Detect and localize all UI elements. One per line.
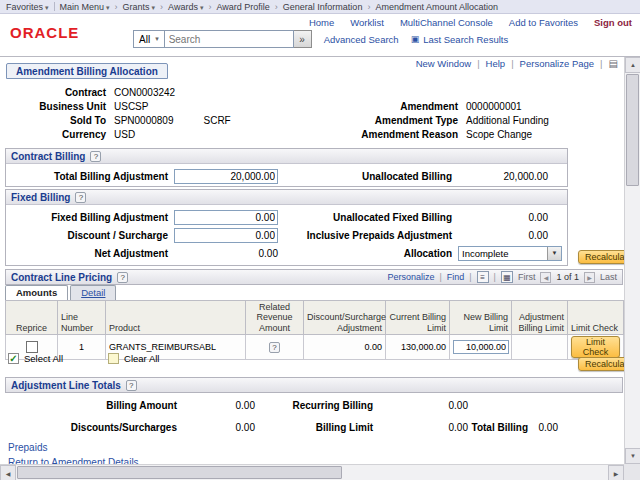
- divider: |: [439, 272, 441, 282]
- tab-amendment-billing-allocation[interactable]: Amendment Billing Allocation: [6, 63, 168, 79]
- discount-surcharge-input[interactable]: [174, 228, 278, 243]
- reprice-checkbox[interactable]: [26, 341, 38, 353]
- column-header-product: Product: [106, 301, 246, 335]
- nav-worklist[interactable]: Worklist: [350, 17, 384, 28]
- breadcrumb-item-favorites[interactable]: Favorites▾: [6, 2, 49, 12]
- field-unallocated-billing: Unallocated Billing 20,000.00: [306, 168, 548, 184]
- billing-limit-value: 0.00: [373, 422, 468, 433]
- allocation-dropdown[interactable]: Incomplete ▼: [458, 246, 562, 261]
- clear-all-control[interactable]: Clear All: [108, 353, 159, 364]
- divider: |: [600, 58, 602, 69]
- previous-page-icon: ◀: [540, 272, 551, 283]
- download-to-excel-icon[interactable]: ▦: [501, 271, 513, 283]
- field-amendment: Amendment 0000000001: [330, 100, 522, 112]
- grid-toolbar: Personalize | Find | ≡ | ▦ First ◀ 1 of …: [387, 271, 617, 283]
- new-billing-limit-input[interactable]: [453, 340, 509, 354]
- field-sold-to: Sold To SPN0000809 SCRF: [6, 114, 231, 126]
- tab-amounts[interactable]: Amounts: [5, 285, 68, 300]
- help-icon[interactable]: ?: [90, 151, 101, 162]
- help-icon[interactable]: ?: [75, 192, 86, 203]
- sign-out-link[interactable]: Sign out: [594, 17, 632, 28]
- search-bar: All▾ » Advanced Search ▣Last Search Resu…: [133, 30, 508, 48]
- nav-add-to-favorites[interactable]: Add to Favorites: [509, 17, 578, 28]
- section-contract-billing-header: Contract Billing ?: [6, 149, 567, 164]
- search-input[interactable]: [165, 31, 293, 47]
- section-fixed-billing: Fixed Billing ? Fixed Billing Adjustment…: [5, 189, 568, 266]
- breadcrumb-item-general-information[interactable]: General Information: [283, 2, 363, 12]
- help-link[interactable]: Help: [486, 58, 506, 69]
- view-all-icon[interactable]: ≡: [477, 271, 489, 283]
- discount-surcharge-label: Discount / Surcharge: [10, 230, 168, 241]
- scroll-down-icon[interactable]: ▼: [625, 448, 640, 464]
- column-header-adjustment-billing-limit: Adjustment Billing Limit: [512, 301, 568, 335]
- horizontal-scrollbar[interactable]: ◀ ▶: [0, 464, 624, 480]
- help-icon[interactable]: ?: [126, 380, 137, 391]
- select-all-control[interactable]: ✓ Select All: [8, 353, 63, 364]
- scroll-left-icon[interactable]: ◀: [0, 465, 16, 480]
- scroll-up-icon[interactable]: ▲: [625, 57, 640, 73]
- personalize-link[interactable]: Personalize: [387, 272, 434, 282]
- help-icon[interactable]: ?: [269, 342, 280, 353]
- advanced-search-link[interactable]: Advanced Search: [324, 34, 399, 45]
- page-link-icon[interactable]: ▤: [609, 58, 618, 69]
- amendment-reason-label: Amendment Reason: [330, 129, 458, 140]
- breadcrumb-separator: [54, 2, 55, 11]
- application-window: Favorites▾ Main Menu▾ › Grants▾ › Awards…: [0, 0, 640, 480]
- sold-to-description: SCRF: [204, 115, 231, 126]
- new-window-link[interactable]: New Window: [416, 58, 471, 69]
- clear-all-label: Clear All: [124, 353, 159, 364]
- last-search-results-label: Last Search Results: [423, 34, 508, 45]
- dropdown-arrow-icon: ▾: [152, 4, 156, 11]
- help-icon[interactable]: ?: [117, 272, 128, 283]
- total-billing-adjustment-label: Total Billing Adjustment: [10, 171, 168, 182]
- net-adjustment-value: 0.00: [174, 248, 278, 259]
- total-billing-label: Total Billing: [468, 422, 528, 433]
- nav-multichannel-console[interactable]: MultiChannel Console: [400, 17, 493, 28]
- find-link[interactable]: Find: [447, 272, 465, 282]
- grid-footer-controls: ✓ Select All Clear All: [8, 353, 159, 364]
- contract-value: CON0003242: [114, 87, 175, 98]
- unallocated-billing-label: Unallocated Billing: [306, 171, 452, 182]
- discount-surcharge-adjustment-cell: 0.00: [304, 335, 386, 360]
- breadcrumb-separator: ›: [115, 2, 118, 12]
- related-revenue-amount-cell: ?: [246, 335, 304, 360]
- limit-check-button[interactable]: Limit Check: [571, 336, 620, 358]
- last-search-results[interactable]: ▣Last Search Results: [411, 34, 509, 45]
- vertical-scrollbar-thumb[interactable]: [626, 74, 639, 186]
- horizontal-scrollbar-thumb[interactable]: [17, 466, 342, 479]
- fixed-billing-adjustment-input[interactable]: [174, 210, 278, 225]
- vertical-scrollbar[interactable]: ▲ ▼: [624, 57, 640, 464]
- first-page-label: First: [518, 272, 536, 282]
- personalize-page-link[interactable]: Personalize Page: [520, 58, 594, 69]
- new-billing-limit-cell: [450, 335, 512, 360]
- breadcrumb-item-current-page: Amendment Amount Allocation: [375, 2, 498, 12]
- column-header-line-number: Line Number: [58, 301, 106, 335]
- sold-to-value: SPN0000809: [114, 115, 174, 126]
- column-header-related-revenue-amount: Related Revenue Amount: [246, 301, 304, 335]
- divider: |: [469, 272, 471, 282]
- tab-detail[interactable]: Detail: [70, 285, 116, 300]
- totals-row-2: Discounts/Surcharges 0.00 Billing Limit …: [5, 421, 558, 433]
- prepaids-link[interactable]: Prepaids: [8, 442, 47, 453]
- scroll-right-icon[interactable]: ▶: [608, 465, 624, 480]
- page-counter: 1 of 1: [556, 272, 579, 282]
- breadcrumb-item-grants[interactable]: Grants▾: [123, 2, 156, 12]
- dropdown-arrow-icon: ▾: [45, 4, 49, 11]
- nav-home[interactable]: Home: [309, 17, 334, 28]
- breadcrumb-item-main-menu[interactable]: Main Menu▾: [60, 2, 110, 12]
- amendment-reason-value: Scope Change: [466, 129, 532, 140]
- inclusive-prepaids-adjustment-value: 0.00: [458, 230, 548, 241]
- breadcrumb-item-award-profile[interactable]: Award Profile: [216, 2, 269, 12]
- current-billing-limit-cell: 130,000.00: [386, 335, 450, 360]
- total-billing-adjustment-input[interactable]: [174, 169, 278, 184]
- search-go-button[interactable]: »: [294, 30, 312, 48]
- unallocated-fixed-billing-label: Unallocated Fixed Billing: [306, 212, 452, 223]
- breadcrumb-item-awards[interactable]: Awards▾: [168, 2, 203, 12]
- divider: |: [494, 272, 496, 282]
- breadcrumb-separator: ›: [367, 2, 370, 12]
- search-scope-selector[interactable]: All▾: [134, 31, 164, 47]
- business-unit-label: Business Unit: [6, 101, 106, 112]
- recurring-billing-label: Recurring Billing: [255, 400, 373, 411]
- column-header-new-billing-limit: New Billing Limit: [450, 301, 512, 335]
- breadcrumb: Favorites▾ Main Menu▾ › Grants▾ › Awards…: [0, 0, 640, 14]
